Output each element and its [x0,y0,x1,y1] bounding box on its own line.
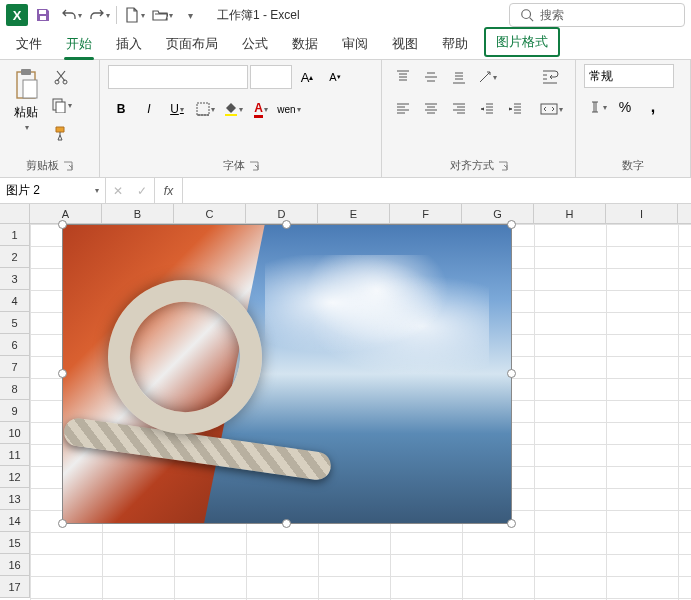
new-file-icon[interactable]: ▾ [121,2,147,28]
align-top-icon[interactable] [390,64,416,90]
svg-rect-3 [23,80,37,98]
dialog-launcher-icon[interactable] [498,161,508,171]
row-header[interactable]: 7 [0,356,29,378]
col-header[interactable]: I [606,204,678,223]
font-color-button[interactable]: A▾ [248,96,274,122]
row-header[interactable]: 8 [0,378,29,400]
col-header[interactable]: E [318,204,390,223]
tab-help[interactable]: 帮助 [430,29,480,59]
resize-handle-tc[interactable] [282,220,291,229]
resize-handle-tr[interactable] [507,220,516,229]
resize-handle-bc[interactable] [282,519,291,528]
resize-handle-bl[interactable] [58,519,67,528]
embedded-image[interactable] [62,224,512,524]
search-icon [520,8,534,22]
row-header[interactable]: 16 [0,554,29,576]
document-title: 工作簿1 - Excel [217,7,300,24]
paste-button[interactable]: 粘贴 ▾ [8,64,44,136]
increase-indent-icon[interactable] [502,96,528,122]
tab-page-layout[interactable]: 页面布局 [154,29,230,59]
font-size-select[interactable] [250,65,292,89]
col-header[interactable]: D [246,204,318,223]
tab-data[interactable]: 数据 [280,29,330,59]
accounting-format-icon[interactable]: ▾ [584,94,610,120]
align-left-icon[interactable] [390,96,416,122]
formula-bar-row: 图片 2 ▾ ✕ ✓ fx [0,178,691,204]
row-header[interactable]: 5 [0,312,29,334]
resize-handle-mr[interactable] [507,369,516,378]
col-header[interactable]: A [30,204,102,223]
percent-format-icon[interactable]: % [612,94,638,120]
open-folder-icon[interactable]: ▾ [149,2,175,28]
row-header[interactable]: 10 [0,422,29,444]
decrease-font-icon[interactable]: A▾ [322,64,348,90]
select-all-corner[interactable] [0,204,30,224]
copy-icon[interactable]: ▾ [48,92,74,118]
col-header[interactable]: C [174,204,246,223]
qat-customize-icon[interactable]: ▾ [177,2,203,28]
row-header[interactable]: 15 [0,532,29,554]
align-right-icon[interactable] [446,96,472,122]
formula-bar-input[interactable] [183,178,691,203]
row-header[interactable]: 9 [0,400,29,422]
row-header[interactable]: 3 [0,268,29,290]
align-center-icon[interactable] [418,96,444,122]
tab-formulas[interactable]: 公式 [230,29,280,59]
spreadsheet-grid[interactable]: A B C D E F G H I 1 2 3 4 5 6 7 8 9 10 1… [0,204,691,600]
format-painter-icon[interactable] [48,120,74,146]
wrap-text-icon[interactable] [538,64,564,90]
decrease-indent-icon[interactable] [474,96,500,122]
merge-center-icon[interactable]: ▾ [538,96,564,122]
tab-view[interactable]: 视图 [380,29,430,59]
cut-icon[interactable] [48,64,74,90]
undo-icon[interactable]: ▾ [58,2,84,28]
row-header[interactable]: 17 [0,576,29,598]
row-header[interactable]: 12 [0,466,29,488]
fx-label[interactable]: fx [155,178,183,203]
confirm-formula-icon[interactable]: ✓ [130,178,154,203]
italic-button[interactable]: I [136,96,162,122]
font-family-select[interactable] [108,65,248,89]
row-header[interactable]: 4 [0,290,29,312]
excel-app-icon: X [6,4,28,26]
tab-file[interactable]: 文件 [4,29,54,59]
increase-font-icon[interactable]: A▴ [294,64,320,90]
tab-review[interactable]: 审阅 [330,29,380,59]
align-bottom-icon[interactable] [446,64,472,90]
phonetic-button[interactable]: wen▾ [276,96,302,122]
row-header[interactable]: 6 [0,334,29,356]
align-middle-icon[interactable] [418,64,444,90]
tab-picture-format[interactable]: 图片格式 [484,27,560,57]
comma-format-icon[interactable]: , [640,94,666,120]
chevron-down-icon[interactable]: ▾ [95,186,99,195]
bold-button[interactable]: B [108,96,134,122]
ribbon-group-alignment: ▾ ▾ 对齐方式 [382,60,576,177]
redo-icon[interactable]: ▾ [86,2,112,28]
row-header[interactable]: 11 [0,444,29,466]
row-header[interactable]: 13 [0,488,29,510]
tab-home[interactable]: 开始 [54,29,104,59]
search-box[interactable]: 搜索 [509,3,685,27]
number-format-select[interactable] [584,64,674,88]
resize-handle-tl[interactable] [58,220,67,229]
name-box[interactable]: 图片 2 ▾ [0,178,106,203]
col-header[interactable]: F [390,204,462,223]
row-header[interactable]: 1 [0,224,29,246]
svg-rect-7 [56,102,65,113]
border-button[interactable]: ▾ [192,96,218,122]
col-header[interactable]: G [462,204,534,223]
resize-handle-br[interactable] [507,519,516,528]
dialog-launcher-icon[interactable] [249,161,259,171]
fill-color-button[interactable]: ▾ [220,96,246,122]
resize-handle-ml[interactable] [58,369,67,378]
col-header[interactable]: B [102,204,174,223]
dialog-launcher-icon[interactable] [63,161,73,171]
save-icon[interactable] [30,2,56,28]
cancel-formula-icon[interactable]: ✕ [106,178,130,203]
underline-button[interactable]: U▾ [164,96,190,122]
row-header[interactable]: 14 [0,510,29,532]
row-header[interactable]: 2 [0,246,29,268]
tab-insert[interactable]: 插入 [104,29,154,59]
orientation-icon[interactable]: ▾ [474,64,500,90]
col-header[interactable]: H [534,204,606,223]
